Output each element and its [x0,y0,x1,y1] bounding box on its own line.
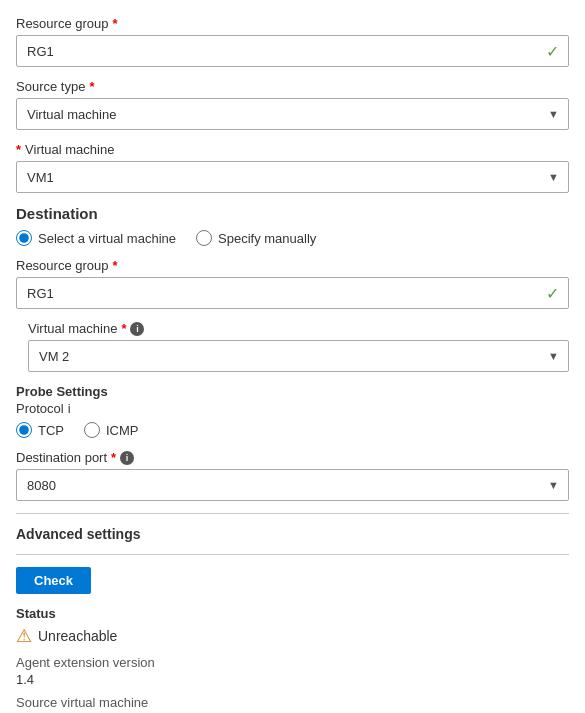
required-marker: * [111,450,116,465]
virtual-machine-label: * Virtual machine [16,142,569,157]
dest-resource-group-dropdown[interactable]: RG1 [16,277,569,309]
resource-group-field: Resource group * RG1 ✓ [16,16,569,67]
virtual-machine-field: * Virtual machine VM1 ▼ [16,142,569,193]
dest-virtual-machine-field: Virtual machine * i VM 2 ▼ [16,321,569,372]
probe-settings-title: Probe Settings [16,384,569,399]
protocol-tcp-input[interactable] [16,422,32,438]
dest-port-label: Destination port * i [16,450,569,465]
protocol-icmp-input[interactable] [84,422,100,438]
required-marker: * [121,321,126,336]
advanced-settings-title: Advanced settings [16,526,569,542]
source-type-field: Source type * Virtual machine ▼ [16,79,569,130]
resource-group-dropdown[interactable]: RG1 [16,35,569,67]
dest-vm-info-icon[interactable]: i [130,322,144,336]
agent-ext-label: Agent extension version [16,655,569,670]
section-divider [16,513,569,514]
dest-resource-group-field: Resource group * RG1 ✓ [16,258,569,309]
agent-extension-section: Agent extension version 1.4 [16,655,569,687]
protocol-radio-group: TCP ICMP [16,422,569,438]
status-section: Status ⚠ Unreachable [16,606,569,647]
status-value-text: Unreachable [38,628,117,644]
status-label: Status [16,606,569,621]
required-marker: * [113,16,118,31]
virtual-machine-dropdown-wrapper: VM1 ▼ [16,161,569,193]
dest-resource-group-label: Resource group * [16,258,569,273]
destination-radio-2-input[interactable] [196,230,212,246]
destination-radio-2-option[interactable]: Specify manually [196,230,316,246]
destination-section: Destination Select a virtual machine Spe… [16,205,569,246]
dest-resource-group-dropdown-wrapper: RG1 ✓ [16,277,569,309]
destination-radio-group: Select a virtual machine Specify manuall… [16,230,569,246]
dest-port-info-icon[interactable]: i [120,451,134,465]
destination-radio-2-label: Specify manually [218,231,316,246]
destination-title: Destination [16,205,569,222]
source-type-dropdown[interactable]: Virtual machine [16,98,569,130]
protocol-tcp-label: TCP [38,423,64,438]
warning-icon: ⚠ [16,625,32,647]
agent-ext-value: 1.4 [16,672,569,687]
check-button[interactable]: Check [16,567,91,594]
dest-port-dropdown-wrapper: 8080 ▼ [16,469,569,501]
advanced-settings-section: Advanced settings [16,526,569,542]
required-marker: * [113,258,118,273]
required-marker: * [16,142,21,157]
protocol-info-icon[interactable]: i [68,401,71,416]
source-vm-label: Source virtual machine [16,695,569,710]
source-vm-section: Source virtual machine VM1 [16,695,569,713]
destination-radio-1-input[interactable] [16,230,32,246]
resource-group-dropdown-wrapper: RG1 ✓ [16,35,569,67]
protocol-icmp-option[interactable]: ICMP [84,422,139,438]
dest-virtual-machine-dropdown-wrapper: VM 2 ▼ [28,340,569,372]
source-type-dropdown-wrapper: Virtual machine ▼ [16,98,569,130]
destination-radio-1-label: Select a virtual machine [38,231,176,246]
source-type-label: Source type * [16,79,569,94]
dest-port-field: Destination port * i 8080 ▼ [16,450,569,501]
protocol-tcp-option[interactable]: TCP [16,422,64,438]
required-marker: * [89,79,94,94]
dest-virtual-machine-label: Virtual machine * i [28,321,569,336]
status-value-row: ⚠ Unreachable [16,625,569,647]
dest-virtual-machine-dropdown[interactable]: VM 2 [28,340,569,372]
destination-radio-1-option[interactable]: Select a virtual machine [16,230,176,246]
protocol-icmp-label: ICMP [106,423,139,438]
protocol-label: Protocol i [16,401,569,416]
virtual-machine-dropdown[interactable]: VM1 [16,161,569,193]
section-divider-2 [16,554,569,555]
resource-group-label: Resource group * [16,16,569,31]
dest-port-dropdown[interactable]: 8080 [16,469,569,501]
probe-settings-section: Probe Settings Protocol i TCP ICMP [16,384,569,438]
